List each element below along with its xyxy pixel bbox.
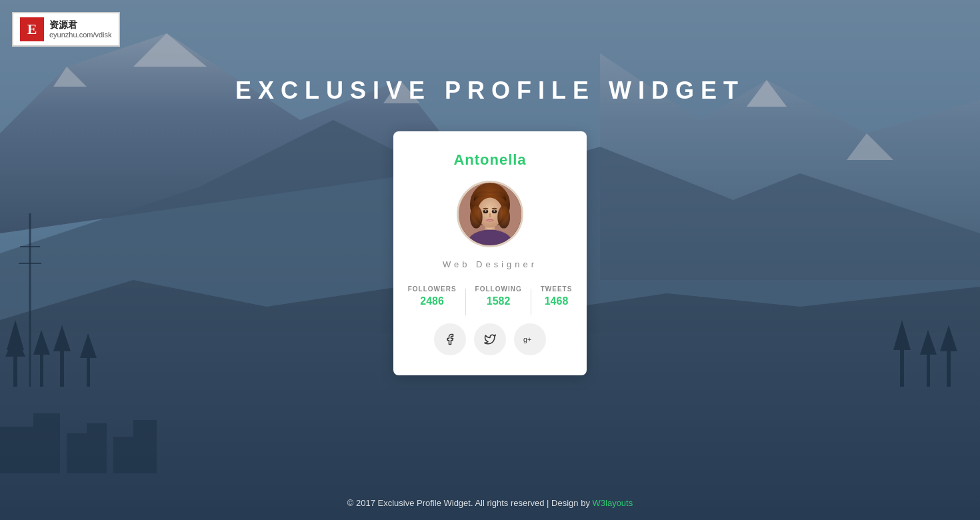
footer: © 2017 Exclusive Profile Widget. All rig… — [0, 498, 980, 508]
followers-value: 2486 — [420, 295, 444, 307]
googleplus-button[interactable]: g+ — [514, 323, 546, 355]
stat-following: FOLLOWING 1582 — [466, 285, 531, 307]
twitter-button[interactable] — [474, 323, 506, 355]
svg-point-40 — [470, 206, 483, 229]
stat-tweets: TWEETS 1468 — [531, 285, 582, 307]
svg-point-45 — [493, 210, 495, 212]
svg-point-44 — [485, 210, 487, 212]
svg-text:g+: g+ — [523, 335, 531, 343]
facebook-button[interactable] — [434, 323, 466, 355]
tweets-label: TWEETS — [541, 285, 573, 293]
tweets-value: 1468 — [545, 295, 569, 307]
stat-followers: FOLLOWERS 2486 — [399, 285, 466, 307]
followers-label: FOLLOWERS — [408, 285, 457, 293]
logo-box: E 资源君 eyunzhu.com/vdisk — [12, 12, 120, 47]
page-title: EXCLUSIVE PROFILE WIDGET — [235, 77, 745, 105]
logo-url: eyunzhu.com/vdisk — [49, 31, 112, 39]
logo-letter: E — [20, 17, 44, 41]
avatar — [457, 181, 523, 247]
profile-subtitle: Web Designer — [443, 259, 537, 269]
footer-text: © 2017 Exclusive Profile Widget. All rig… — [347, 498, 593, 508]
stats-row: FOLLOWERS 2486 FOLLOWING 1582 TWEETS 146… — [407, 285, 573, 307]
profile-name: Antonella — [453, 151, 526, 169]
social-row: g+ — [434, 323, 546, 355]
profile-card: Antonella — [393, 131, 587, 375]
following-value: 1582 — [487, 295, 511, 307]
following-label: FOLLOWING — [475, 285, 522, 293]
svg-point-41 — [497, 206, 510, 229]
logo-title: 资源君 — [49, 19, 112, 31]
logo-text: 资源君 eyunzhu.com/vdisk — [49, 19, 112, 39]
footer-link[interactable]: W3layouts — [593, 498, 633, 508]
page-content: EXCLUSIVE PROFILE WIDGET Antonella — [0, 0, 980, 520]
